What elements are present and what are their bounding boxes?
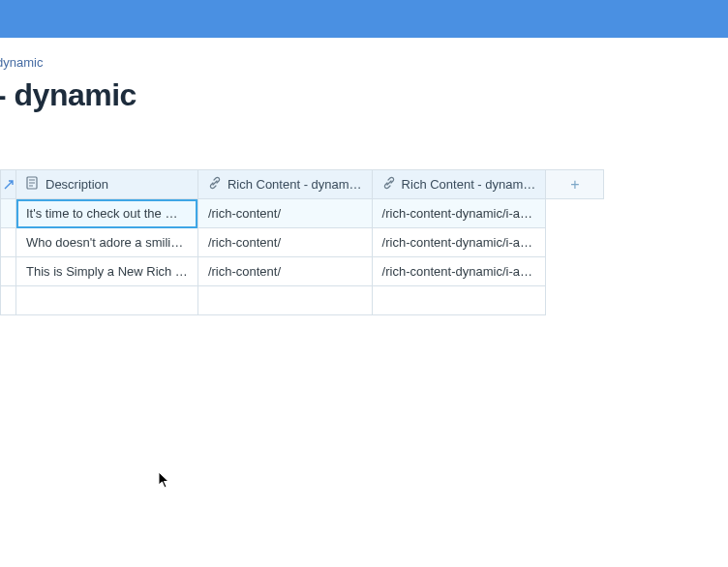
page-title: - dynamic: [0, 70, 724, 131]
cell-link2[interactable]: /rich-content-dynamic/i-a…: [372, 199, 546, 228]
cell-link1[interactable]: /rich-content/: [197, 199, 372, 228]
expand-column-header[interactable]: [1, 170, 16, 199]
row-handle[interactable]: [1, 228, 16, 257]
cell-description[interactable]: This is Simply a New Rich …: [16, 257, 198, 286]
data-table: Description Rich Content - dynam… Rich C…: [0, 169, 728, 315]
expand-icon: [4, 180, 14, 190]
cell-empty[interactable]: [16, 286, 198, 315]
column-header-description[interactable]: Description: [16, 170, 198, 199]
link-icon: [382, 176, 396, 193]
cell-link1[interactable]: /rich-content/: [197, 257, 372, 286]
cell-empty[interactable]: [372, 286, 546, 315]
cell-link1[interactable]: /rich-content/: [197, 228, 372, 257]
column-label: Description: [46, 177, 108, 192]
column-header-link1[interactable]: Rich Content - dynam…: [197, 170, 372, 199]
cell-description[interactable]: Who doesn't adore a smili…: [16, 228, 198, 257]
table-row[interactable]: It's time to check out the … /rich-conte…: [1, 199, 604, 228]
column-label: Rich Content - dynam…: [402, 177, 536, 192]
cell-link2[interactable]: /rich-content-dynamic/i-a…: [372, 228, 546, 257]
row-handle[interactable]: [1, 257, 16, 286]
table-row[interactable]: This is Simply a New Rich … /rich-conten…: [1, 257, 604, 286]
table-row[interactable]: Who doesn't adore a smili… /rich-content…: [1, 228, 604, 257]
cell-empty[interactable]: [197, 286, 372, 315]
text-icon: [26, 176, 40, 193]
cell-link2[interactable]: /rich-content-dynamic/i-a…: [372, 257, 546, 286]
cursor-icon: [158, 471, 171, 489]
add-column-button[interactable]: +: [546, 170, 604, 199]
column-header-link2[interactable]: Rich Content - dynam…: [372, 170, 546, 199]
top-bar: [0, 0, 728, 38]
cell-description[interactable]: It's time to check out the …: [16, 199, 198, 228]
column-label: Rich Content - dynam…: [228, 177, 362, 192]
row-handle[interactable]: [1, 286, 16, 315]
table-row-empty[interactable]: [1, 286, 604, 315]
row-handle[interactable]: [1, 199, 16, 228]
plus-icon: +: [570, 176, 579, 193]
breadcrumb[interactable]: dynamic: [0, 38, 724, 70]
link-icon: [208, 176, 222, 193]
